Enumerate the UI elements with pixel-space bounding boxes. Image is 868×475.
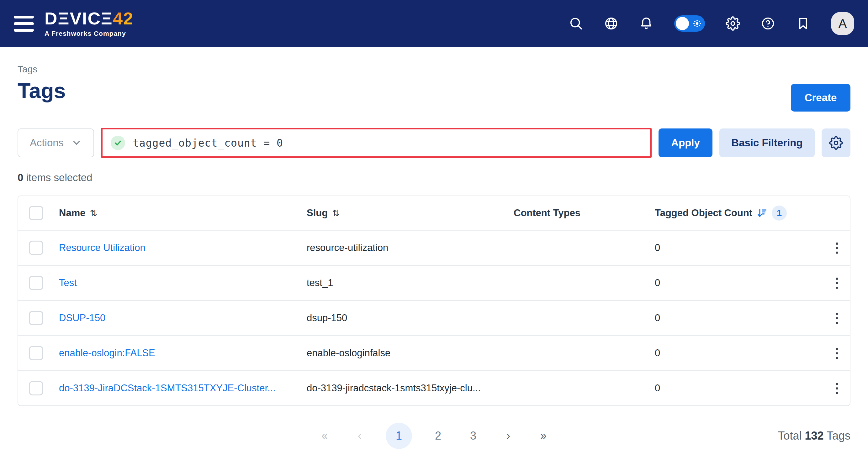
tagged-object-count: 0 [655,382,824,394]
row-kebab-menu-icon[interactable]: ⋮ [830,382,843,395]
row-kebab-menu-icon[interactable]: ⋮ [830,276,843,290]
tagged-object-count: 0 [655,242,824,253]
tag-slug: do-3139-jiradcstack-1smts315txyje-clu... [307,382,514,394]
column-header-slug[interactable]: Slug ⇅ [307,207,514,219]
sort-priority-badge: 1 [772,206,787,220]
first-page-button[interactable]: « [315,427,334,445]
page-button-2[interactable]: 2 [429,427,447,445]
tag-name-link[interactable]: DSUP-150 [59,312,105,324]
table-header-row: Name ⇅ Slug ⇅ Content Types Tagged Objec… [18,196,850,230]
breadcrumb[interactable]: Tags [18,64,850,75]
gear-icon[interactable] [725,16,740,31]
column-header-name[interactable]: Name ⇅ [59,207,307,219]
chevron-down-icon [71,138,82,148]
tagged-object-count: 0 [655,312,824,324]
tag-slug: dsup-150 [307,312,514,324]
pagination: « ‹ 1 2 3 › » Total 132 Tags [18,422,850,450]
tagged-object-count: 0 [655,347,824,359]
toggle-knob-icon [676,17,689,30]
page-button-1[interactable]: 1 [386,423,412,449]
tag-name-link[interactable]: enable-oslogin:FALSE [59,347,155,359]
tag-slug: test_1 [307,277,514,289]
bell-icon[interactable] [639,16,653,31]
select-all-checkbox[interactable] [29,206,43,220]
tag-name-link[interactable]: do-3139-JiraDCStack-1SMTS315TXYJE-Cluste… [59,382,276,394]
total-count-label: Total 132 Tags [778,429,850,442]
actions-dropdown[interactable]: Actions [18,129,94,157]
create-button[interactable]: Create [791,84,850,111]
help-icon[interactable] [761,16,775,31]
prev-page-button[interactable]: ‹ [350,427,369,445]
tag-name-link[interactable]: Test [59,277,77,288]
top-navbar: DΞVICΞ42 A Freshworks Company [0,0,868,47]
row-checkbox[interactable] [29,311,43,325]
theme-toggle[interactable] [674,15,705,32]
advanced-filter-input[interactable]: tagged_object_count = 0 [101,128,652,158]
page-title: Tags [18,79,66,102]
bookmark-icon[interactable] [796,16,810,31]
basic-filtering-button[interactable]: Basic Filtering [719,129,815,157]
search-icon[interactable] [569,16,583,31]
row-checkbox[interactable] [29,276,43,290]
selected-count: 0 [18,172,23,183]
gear-icon [829,136,843,150]
row-checkbox[interactable] [29,346,43,360]
table-row: Test test_1 0 ⋮ [18,265,850,300]
tag-slug: resource-utilization [307,242,514,253]
row-kebab-menu-icon[interactable]: ⋮ [830,241,843,255]
row-checkbox[interactable] [29,381,43,396]
filter-valid-check-icon [111,136,125,150]
sort-descending-icon[interactable] [757,208,767,218]
avatar[interactable]: A [831,12,854,35]
logo-tagline: A Freshworks Company [44,30,133,37]
apply-button[interactable]: Apply [658,129,712,157]
tagged-object-count: 0 [655,277,824,289]
row-kebab-menu-icon[interactable]: ⋮ [830,346,843,360]
table-settings-button[interactable] [822,129,850,157]
next-page-button[interactable]: › [499,427,518,445]
sort-icon[interactable]: ⇅ [90,208,97,218]
filter-toolbar: Actions tagged_object_count = 0 Apply Ba… [18,128,850,158]
device42-logo[interactable]: DΞVICΞ42 A Freshworks Company [44,10,133,37]
page-button-3[interactable]: 3 [464,427,482,445]
logo-text-device: DΞVICΞ [44,8,113,28]
sort-icon[interactable]: ⇅ [332,208,339,218]
sun-icon [692,19,702,29]
last-page-button[interactable]: » [534,427,553,445]
tag-slug: enable-osloginfalse [307,347,514,359]
filter-query-text: tagged_object_count = 0 [133,137,283,149]
table-row: do-3139-JiraDCStack-1SMTS315TXYJE-Cluste… [18,370,850,405]
tag-name-link[interactable]: Resource Utilization [59,242,146,253]
column-header-content-types[interactable]: Content Types [514,207,655,219]
selection-status: 0 items selected [18,172,850,183]
row-kebab-menu-icon[interactable]: ⋮ [830,311,843,325]
hamburger-menu-icon[interactable] [14,16,34,32]
column-header-tagged-object-count[interactable]: Tagged Object Count 1 [655,206,824,220]
globe-icon[interactable] [604,16,618,31]
table-row: DSUP-150 dsup-150 0 ⋮ [18,300,850,335]
row-checkbox[interactable] [29,241,43,255]
table-row: Resource Utilization resource-utilizatio… [18,230,850,265]
logo-text-42: 42 [113,8,133,28]
tags-table: Name ⇅ Slug ⇅ Content Types Tagged Objec… [18,196,850,406]
table-row: enable-oslogin:FALSE enable-osloginfalse… [18,335,850,370]
total-count: 132 [805,429,824,442]
